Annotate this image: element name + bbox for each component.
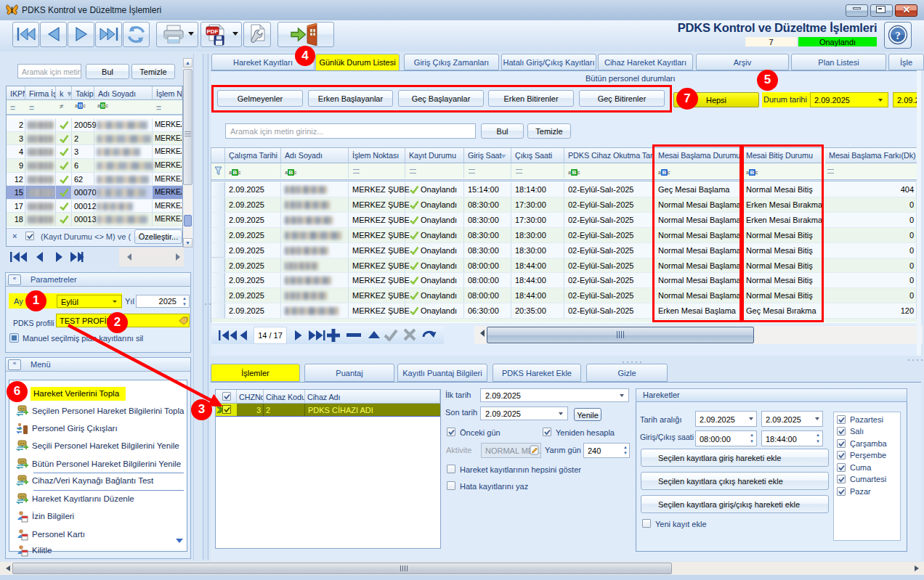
svg-text:<>: <> bbox=[20, 494, 25, 499]
svg-text:<>: <> bbox=[20, 407, 25, 411]
svg-text:<>: <> bbox=[20, 476, 25, 481]
svg-text:PDF: PDF bbox=[207, 28, 219, 35]
svg-text:<>: <> bbox=[20, 441, 25, 446]
svg-text:<>: <> bbox=[20, 459, 25, 464]
svg-text:?: ? bbox=[895, 30, 901, 41]
